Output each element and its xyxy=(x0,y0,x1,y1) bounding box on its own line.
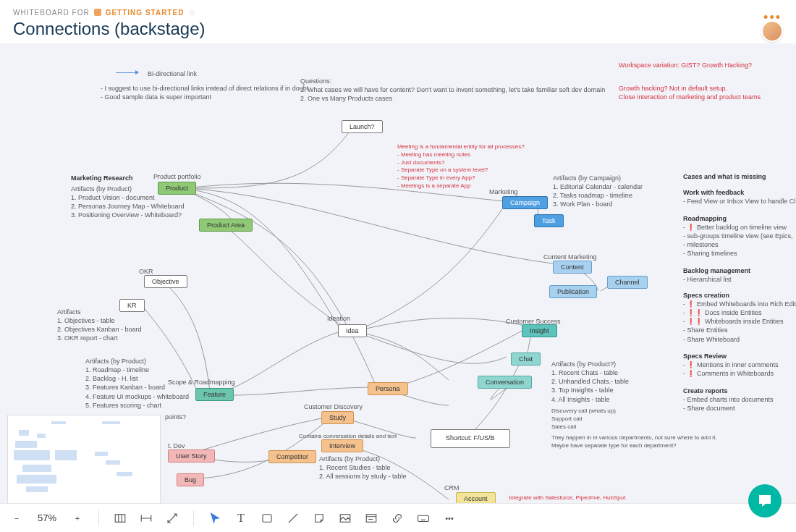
launch-node[interactable]: Launch? xyxy=(342,120,383,133)
card-tool-icon[interactable] xyxy=(363,510,379,526)
art-studies: Artifacts (by Product) 1. Recent Studies… xyxy=(319,455,407,481)
disco-text: Discovery call (whats up) Support call S… xyxy=(551,408,616,431)
r-rm-h: Roadmapping xyxy=(683,214,727,223)
image-tool-icon[interactable] xyxy=(337,510,353,526)
r-rm: - ❗ Better backlog on timeline view - su… xyxy=(683,223,793,258)
crm-label: CRM xyxy=(444,484,460,492)
minimap[interactable] xyxy=(7,415,161,509)
r-cases-h: Cases and what is missing xyxy=(683,172,766,181)
points: points? xyxy=(165,413,186,421)
meeting-note: Meeting is a fundamental entity for all … xyxy=(397,143,525,190)
mkres-heading: Marketing Research xyxy=(71,174,133,182)
feature-node[interactable]: Feature xyxy=(195,388,234,401)
r-sc-h: Specs creation xyxy=(683,291,729,300)
chat-node[interactable]: Chat xyxy=(511,352,541,366)
suggest-text: - I suggest to use bi-directional links … xyxy=(101,84,308,101)
star-icon[interactable]: ☆ xyxy=(188,7,197,17)
ws-var: Workspace variation: GIST? Growth Hackin… xyxy=(619,61,752,69)
bidi-label: Bi-directional link xyxy=(148,69,197,78)
r-wf: - Feed View or Inbox View to handle Cl xyxy=(683,197,795,206)
content-node[interactable]: Content xyxy=(553,261,592,274)
camp-artifacts: Artifacts (by Campaign) 1. Editorial Cal… xyxy=(553,174,643,209)
r-bl: - Hierarchical list xyxy=(683,275,732,284)
gh-text: Growth hacking? Not in default setup. Cl… xyxy=(619,84,761,101)
task-node[interactable]: Task xyxy=(534,214,564,227)
page-title: Connections (backstage) xyxy=(13,19,783,39)
objective-node[interactable]: Objective xyxy=(144,275,187,288)
r-bl-h: Backlog management xyxy=(683,266,750,275)
okr-artifacts: Artifacts 1. Objectives - table 2. Objec… xyxy=(57,308,142,343)
r-sc: - ❗ Embed Whiteboards into Rich Edit - ❗… xyxy=(683,300,796,344)
text-tool-icon[interactable]: T xyxy=(233,510,249,526)
svg-rect-3 xyxy=(366,514,376,522)
happen-text: They happen in in various departments, n… xyxy=(551,434,717,450)
questions-text: Questions: 1. What cases we will have fo… xyxy=(300,77,605,103)
more-tools-icon[interactable]: ••• xyxy=(441,510,457,526)
avatar[interactable] xyxy=(761,20,783,42)
fullscreen-icon[interactable] xyxy=(164,510,180,526)
svg-rect-1 xyxy=(263,514,271,522)
map-icon[interactable] xyxy=(112,510,128,526)
help-chat-button[interactable] xyxy=(748,484,782,518)
svg-rect-4 xyxy=(418,515,429,521)
userstory-node[interactable]: User Story xyxy=(168,449,215,463)
project-icon xyxy=(94,9,101,16)
idea-node[interactable]: Idea xyxy=(338,324,367,337)
r-cr-h: Create reports xyxy=(683,387,728,395)
competitor-node[interactable]: Competitor xyxy=(268,450,316,463)
channel-node[interactable]: Channel xyxy=(607,276,648,289)
link-tool-icon[interactable] xyxy=(389,510,405,526)
study-node[interactable]: Study xyxy=(321,411,354,424)
conversation-node[interactable]: Conversation xyxy=(478,376,532,389)
art-prod2: Artifacts (by Product?) 1. Recent Chats … xyxy=(551,360,629,404)
pointer-tool-icon[interactable] xyxy=(207,510,223,526)
zoom-level[interactable]: 57% xyxy=(35,512,59,523)
breadcrumb-project[interactable]: GETTING STARTED xyxy=(106,9,185,17)
marketing-label: Marketing xyxy=(489,187,518,196)
shortcut-node[interactable]: Shortcut: F/US/B xyxy=(431,429,510,448)
persona-node[interactable]: Persona xyxy=(368,382,408,395)
portfolio-label: Product portfolio xyxy=(153,172,201,181)
custdisc-label: Customer Discovery xyxy=(304,402,363,411)
campaign-node[interactable]: Campaign xyxy=(502,196,548,209)
productarea-node[interactable]: Product Area xyxy=(199,219,253,232)
ideation-label: Ideation xyxy=(327,314,350,323)
publication-node[interactable]: Publication xyxy=(549,285,597,298)
insight-node[interactable]: Insight xyxy=(522,324,557,337)
bug-node[interactable]: Bug xyxy=(177,473,204,486)
r-wf-h: Work with feedback xyxy=(683,188,744,197)
shape-tool-icon[interactable] xyxy=(259,510,275,526)
keyboard-icon[interactable] xyxy=(415,510,431,526)
line-tool-icon[interactable] xyxy=(285,510,301,526)
r-cr: - Embed charts into documents - Share do… xyxy=(683,395,774,413)
scope-label: Scope & Roadmapping xyxy=(168,378,235,387)
zoom-out-button[interactable]: − xyxy=(9,510,25,526)
breadcrumb-pre: WHITEBOARD FOR xyxy=(13,9,90,17)
sticky-tool-icon[interactable] xyxy=(311,510,327,526)
fit-width-icon[interactable] xyxy=(138,510,154,526)
r-sr: - ❗ Mentions in inner comments - ❗ Comme… xyxy=(683,360,779,378)
svg-rect-0 xyxy=(115,514,125,522)
product-node[interactable]: Product xyxy=(158,182,196,195)
bottom-toolbar: − 57% + T ••• xyxy=(0,503,796,532)
arrow-icon xyxy=(116,72,137,73)
interview-node[interactable]: Interview xyxy=(321,439,363,452)
r-sr-h: Specs Review xyxy=(683,352,727,360)
zoom-in-button[interactable]: + xyxy=(69,510,85,526)
